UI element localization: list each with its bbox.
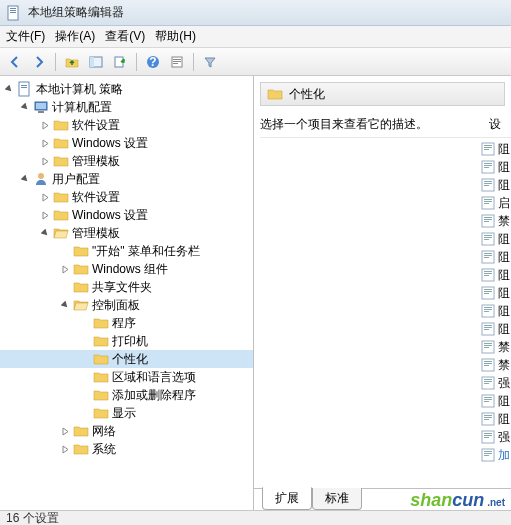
svg-rect-41 bbox=[484, 235, 492, 236]
expand-icon[interactable] bbox=[40, 192, 51, 203]
tree-u-admin[interactable]: 管理模板 bbox=[0, 224, 253, 242]
setting-item[interactable]: 阻 bbox=[481, 392, 511, 410]
svg-rect-61 bbox=[484, 325, 492, 326]
expand-icon[interactable] bbox=[60, 444, 71, 455]
svg-rect-2 bbox=[10, 10, 16, 11]
setting-item[interactable]: 阻 bbox=[481, 284, 511, 302]
folder-icon bbox=[73, 261, 89, 277]
tree-c-admin[interactable]: 管理模板 bbox=[0, 152, 253, 170]
svg-point-19 bbox=[38, 173, 44, 179]
svg-rect-30 bbox=[484, 183, 492, 184]
svg-rect-17 bbox=[36, 103, 46, 109]
tree-personalization[interactable]: 个性化 bbox=[0, 350, 253, 368]
export-button[interactable] bbox=[109, 51, 131, 73]
setting-item[interactable]: 阻 bbox=[481, 266, 511, 284]
folder-icon bbox=[73, 243, 89, 259]
details-pane: 个性化 选择一个项目来查看它的描述。 设 阻阻阻启禁阻阻阻阻阻阻禁禁强阻阻强加 … bbox=[254, 76, 511, 510]
folder-icon bbox=[73, 279, 89, 295]
svg-rect-34 bbox=[484, 201, 492, 202]
setting-item[interactable]: 禁 bbox=[481, 212, 511, 230]
show-hide-tree-button[interactable] bbox=[85, 51, 107, 73]
svg-rect-27 bbox=[484, 167, 489, 168]
forward-button[interactable] bbox=[28, 51, 50, 73]
tree-printers[interactable]: 打印机 bbox=[0, 332, 253, 350]
tree-control-panel[interactable]: 控制面板 bbox=[0, 296, 253, 314]
tree-addremove[interactable]: 添加或删除程序 bbox=[0, 386, 253, 404]
tree-root[interactable]: 本地计算机 策略 bbox=[0, 80, 253, 98]
collapse-icon[interactable] bbox=[40, 228, 51, 239]
collapse-icon[interactable] bbox=[4, 84, 15, 95]
setting-item[interactable]: 启 bbox=[481, 194, 511, 212]
collapse-icon[interactable] bbox=[60, 300, 71, 311]
setting-item[interactable]: 阻 bbox=[481, 158, 511, 176]
svg-rect-83 bbox=[484, 419, 489, 420]
back-button[interactable] bbox=[4, 51, 26, 73]
setting-item[interactable]: 阻 bbox=[481, 410, 511, 428]
folder-icon bbox=[93, 315, 109, 331]
properties-button[interactable] bbox=[166, 51, 188, 73]
help-button[interactable]: ? bbox=[142, 51, 164, 73]
svg-rect-75 bbox=[484, 383, 489, 384]
menu-action[interactable]: 操作(A) bbox=[55, 28, 95, 45]
policy-icon bbox=[17, 81, 33, 97]
expand-icon[interactable] bbox=[60, 264, 71, 275]
column-description[interactable]: 选择一个项目来查看它的描述。 bbox=[260, 110, 481, 137]
titlebar: 本地组策略编辑器 bbox=[0, 0, 511, 26]
setting-item[interactable]: 阻 bbox=[481, 248, 511, 266]
setting-icon bbox=[481, 322, 495, 336]
up-button[interactable] bbox=[61, 51, 83, 73]
expand-icon[interactable] bbox=[40, 210, 51, 221]
setting-item[interactable]: 强 bbox=[481, 428, 511, 446]
tree-region[interactable]: 区域和语言选项 bbox=[0, 368, 253, 386]
tree-pane: 本地计算机 策略 计算机配置 软件设置 Windows 设置 管理模板 用户配置 bbox=[0, 76, 254, 510]
tree-display[interactable]: 显示 bbox=[0, 404, 253, 422]
expand-icon[interactable] bbox=[40, 138, 51, 149]
setting-item[interactable]: 阻 bbox=[481, 140, 511, 158]
svg-rect-58 bbox=[484, 309, 492, 310]
tree-c-software[interactable]: 软件设置 bbox=[0, 116, 253, 134]
svg-rect-42 bbox=[484, 237, 492, 238]
tree-c-windows[interactable]: Windows 设置 bbox=[0, 134, 253, 152]
folder-icon bbox=[93, 387, 109, 403]
tree-shared[interactable]: 共享文件夹 bbox=[0, 278, 253, 296]
description-area bbox=[260, 138, 481, 468]
tree-start-menu[interactable]: "开始" 菜单和任务栏 bbox=[0, 242, 253, 260]
expand-icon[interactable] bbox=[60, 426, 71, 437]
svg-rect-65 bbox=[484, 343, 492, 344]
tab-extended[interactable]: 扩展 bbox=[262, 487, 312, 510]
tree-network[interactable]: 网络 bbox=[0, 422, 253, 440]
filter-button[interactable] bbox=[199, 51, 221, 73]
setting-item[interactable]: 阻 bbox=[481, 320, 511, 338]
folder-icon bbox=[93, 351, 109, 367]
setting-item[interactable]: 禁 bbox=[481, 338, 511, 356]
tree-programs[interactable]: 程序 bbox=[0, 314, 253, 332]
column-setting[interactable]: 设 bbox=[481, 110, 511, 137]
collapse-icon[interactable] bbox=[20, 174, 31, 185]
setting-item[interactable]: 阻 bbox=[481, 230, 511, 248]
setting-icon bbox=[481, 304, 495, 318]
setting-item[interactable]: 加 bbox=[481, 446, 511, 464]
separator bbox=[55, 53, 56, 71]
tree-system[interactable]: 系统 bbox=[0, 440, 253, 458]
svg-rect-63 bbox=[484, 329, 489, 330]
expand-icon[interactable] bbox=[40, 120, 51, 131]
folder-icon bbox=[73, 441, 89, 457]
setting-item[interactable]: 阻 bbox=[481, 176, 511, 194]
setting-item[interactable]: 禁 bbox=[481, 356, 511, 374]
tab-standard[interactable]: 标准 bbox=[312, 488, 362, 510]
setting-item[interactable]: 阻 bbox=[481, 302, 511, 320]
menu-file[interactable]: 文件(F) bbox=[6, 28, 45, 45]
tree-win-comp[interactable]: Windows 组件 bbox=[0, 260, 253, 278]
svg-rect-35 bbox=[484, 203, 489, 204]
setting-item[interactable]: 强 bbox=[481, 374, 511, 392]
menu-view[interactable]: 查看(V) bbox=[105, 28, 145, 45]
tree-u-windows[interactable]: Windows 设置 bbox=[0, 206, 253, 224]
expand-icon[interactable] bbox=[40, 156, 51, 167]
tree-u-software[interactable]: 软件设置 bbox=[0, 188, 253, 206]
tree-computer-config[interactable]: 计算机配置 bbox=[0, 98, 253, 116]
collapse-icon[interactable] bbox=[20, 102, 31, 113]
menu-help[interactable]: 帮助(H) bbox=[155, 28, 196, 45]
svg-rect-11 bbox=[173, 61, 181, 62]
svg-rect-38 bbox=[484, 219, 492, 220]
tree-user-config[interactable]: 用户配置 bbox=[0, 170, 253, 188]
